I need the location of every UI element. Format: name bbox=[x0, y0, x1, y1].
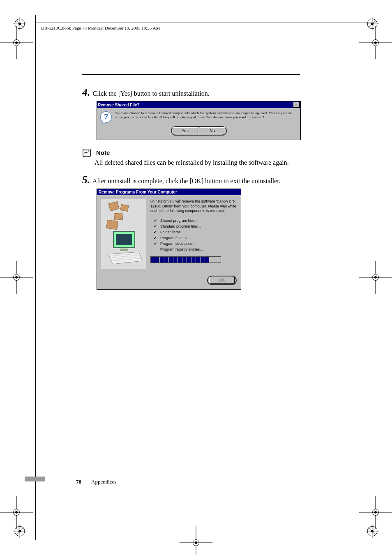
page-footer: 78 Appendices bbox=[76, 479, 116, 485]
crosshair-left-mid bbox=[0, 261, 33, 294]
crosshair-left-bot bbox=[0, 496, 33, 529]
step-5-text: After uninstall is complete, click the [… bbox=[92, 177, 281, 184]
step-5: 5. After uninstall is complete, click th… bbox=[82, 174, 312, 186]
svg-rect-16 bbox=[120, 249, 128, 251]
crosshair-right-bot bbox=[359, 496, 392, 529]
dialog-remove-shared-file: Remove Shared File? × You have chosen to… bbox=[97, 101, 301, 140]
crosshair-bot-center bbox=[180, 526, 212, 555]
note-icon bbox=[82, 148, 91, 157]
step-4-text: Click the [Yes] button to start uninstal… bbox=[93, 90, 210, 97]
crosshair-left-top bbox=[0, 26, 33, 59]
highlight-ok: OK bbox=[207, 276, 237, 285]
step-5-number: 5. bbox=[82, 174, 90, 186]
dialog1-titlebar: Remove Shared File? × bbox=[97, 101, 300, 108]
dialog2-title: Remove Programs From Your Computer bbox=[97, 189, 241, 195]
step-4: 4. Click the [Yes] button to start unins… bbox=[82, 86, 312, 99]
yes-button[interactable]: Yes bbox=[173, 127, 198, 134]
trim-line-left bbox=[35, 15, 36, 540]
crosshair-right-mid bbox=[359, 261, 392, 294]
step-4-number: 4. bbox=[82, 86, 90, 98]
running-head: DR-1210C.book Page 78 Monday, December 1… bbox=[41, 25, 160, 30]
note-label: Note bbox=[96, 149, 110, 156]
no-button[interactable]: No bbox=[200, 127, 225, 134]
svg-rect-15 bbox=[116, 234, 132, 245]
check-folder-items: Folder items... bbox=[154, 229, 237, 235]
dialog2-message: unInstallShield will remove the software… bbox=[150, 199, 237, 214]
svg-rect-13 bbox=[106, 220, 118, 229]
header-rule bbox=[35, 23, 376, 23]
ok-button[interactable]: OK bbox=[209, 277, 235, 284]
check-registry: Program registry entries... bbox=[154, 246, 237, 252]
check-shared: Shared program files... bbox=[154, 218, 237, 223]
progress-bar bbox=[150, 256, 221, 263]
question-icon bbox=[100, 111, 112, 123]
dialog1-message: You have chosen to remove all shared com… bbox=[115, 111, 297, 123]
section-rule bbox=[82, 74, 300, 75]
highlight-yes-no: Yes No bbox=[171, 126, 227, 136]
dialog-remove-programs: Remove Programs From Your Computer bbox=[97, 189, 241, 290]
check-standard: Standard program files... bbox=[154, 223, 237, 229]
svg-rect-11 bbox=[120, 205, 129, 212]
close-icon[interactable]: × bbox=[293, 102, 300, 108]
dialog1-title: Remove Shared File? bbox=[98, 103, 140, 107]
thumb-tab bbox=[25, 477, 45, 481]
check-program-directories: Program directories... bbox=[154, 241, 237, 246]
remove-checklist: Shared program files... Standard program… bbox=[154, 218, 237, 252]
page-content: 4. Click the [Yes] button to start unins… bbox=[82, 86, 312, 290]
crosshair-right-top bbox=[359, 26, 392, 59]
check-program-folders: Program folders... bbox=[154, 235, 237, 241]
section-name: Appendices bbox=[91, 479, 116, 485]
uninstall-artwork bbox=[101, 199, 146, 269]
note-text: All deleted shared files can be reinstal… bbox=[95, 159, 312, 166]
page-number: 78 bbox=[76, 479, 81, 485]
note-block: Note All deleted shared files can be rei… bbox=[82, 149, 312, 166]
svg-rect-12 bbox=[114, 213, 123, 220]
svg-rect-8 bbox=[83, 149, 90, 157]
